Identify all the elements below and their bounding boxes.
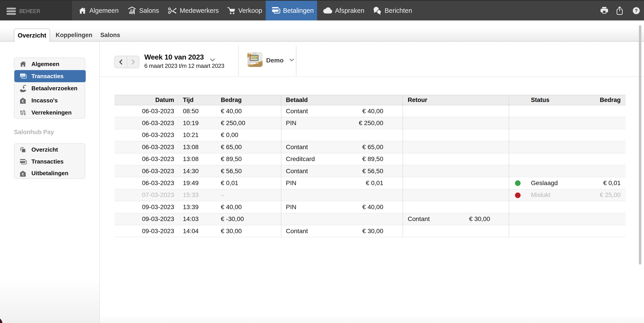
svg-text:€: €: [22, 172, 24, 176]
svg-text:?: ?: [635, 8, 638, 14]
svg-text:€: €: [22, 99, 24, 103]
